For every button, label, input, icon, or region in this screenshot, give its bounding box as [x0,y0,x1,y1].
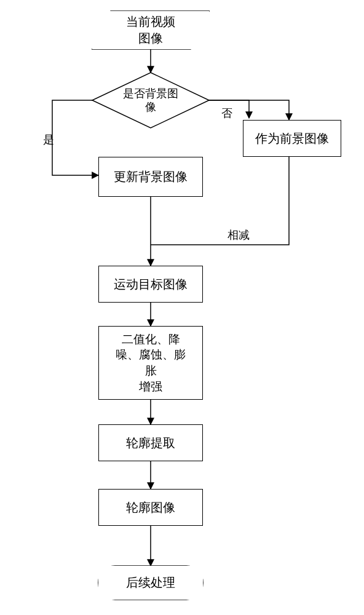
moving-target-label: 运动目标图像 [114,276,188,293]
terminator-label: 后续处理 [126,574,175,591]
contour-extract-label: 轮廓提取 [126,435,175,451]
update-bg-node: 更新背景图像 [98,157,203,197]
foreground-label: 作为前景图像 [255,130,329,147]
contour-extract-node: 轮廓提取 [98,424,203,461]
decision-node: 是否背景图像 [92,73,209,128]
decision-label: 是否背景图像 [92,73,209,128]
edge-label-no: 否 [221,106,232,121]
contour-image-node: 轮廓图像 [98,489,203,526]
start-node: 当前视频图像 [92,11,209,49]
contour-image-label: 轮廓图像 [126,499,175,516]
edge-label-subtract: 相减 [228,228,250,242]
morph-node: 二值化、降噪、腐蚀、膨胀增强 [98,326,203,400]
start-label: 当前视频图像 [126,14,175,47]
foreground-node: 作为前景图像 [243,120,341,157]
moving-target-node: 运动目标图像 [98,266,203,303]
morph-label: 二值化、降噪、腐蚀、膨胀增强 [116,331,186,395]
terminator-node: 后续处理 [98,566,203,600]
update-bg-label: 更新背景图像 [114,169,188,185]
edge-label-yes: 是 [43,132,54,147]
